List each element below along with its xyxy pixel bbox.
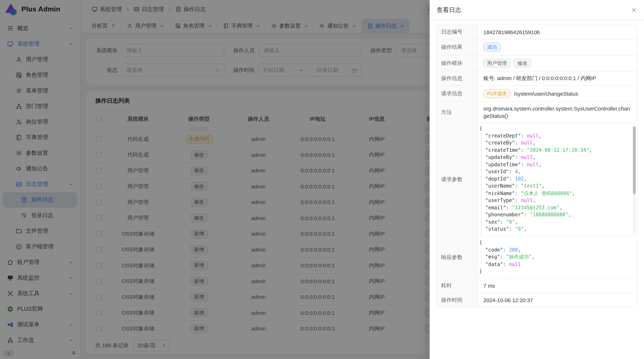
app-root: Plus Admin 概览系统管理用户管理角色管理菜单管理部门管理岗位管理字典管… xyxy=(0,0,644,359)
json-line: "userName": "test1", xyxy=(479,183,631,190)
row-response-params: { "code": 200, "msg": "操作成功", "data": nu… xyxy=(437,236,637,279)
success-tag: 成功 xyxy=(483,43,500,52)
response-params-json: { "code": 200, "msg": "操作成功", "data": nu… xyxy=(479,239,631,275)
module-action-tag: 修改 xyxy=(514,59,531,68)
json-line: "email": "12345@1253.com", xyxy=(479,204,631,211)
drawer-title: 查看日志 xyxy=(437,6,461,14)
indent-guide xyxy=(481,247,482,268)
row-method: 方法 org.dromara.system.controller.system.… xyxy=(437,102,637,123)
request-params-json: { "createDept": null, "createBy": null, … xyxy=(479,125,631,233)
info-value: 账号: admin / 研发部门 / 0:0:0:0:0:0:0:1 / 内网I… xyxy=(478,71,637,85)
json-line: "phonenumber": "18888888888", xyxy=(479,211,631,219)
row-log-id: 日志编号 1842781986426159106 xyxy=(437,25,637,39)
json-line: "msg": "操作成功", xyxy=(479,254,631,261)
op-time-label: 操作时间 xyxy=(437,293,478,307)
json-line: "updateBy": null, xyxy=(479,154,631,161)
log-id-value: 1842781986426159106 xyxy=(478,25,637,39)
json-line: "code": 200, xyxy=(479,247,631,254)
json-line: "status": "0", xyxy=(479,226,631,233)
json-line: { xyxy=(479,125,631,132)
json-line: "userType": null, xyxy=(479,197,631,204)
cost-value: 7 ms xyxy=(478,279,637,293)
json-line: "createDept": null, xyxy=(479,132,631,139)
result-label: 操作结果 xyxy=(437,39,478,55)
request-params-label: 请求参数 xyxy=(437,123,478,236)
json-line: "data": null xyxy=(479,261,631,268)
json-line: } xyxy=(479,268,631,275)
row-result: 操作结果 成功 xyxy=(437,39,637,55)
row-request-params: 请求参数 { "createDept": null, "createBy": n… xyxy=(437,123,637,236)
method-value: org.dromara.system.controller.system.Sys… xyxy=(483,105,632,120)
json-line: "userId": 4, xyxy=(479,168,631,175)
method-label: 方法 xyxy=(437,102,478,123)
row-module: 操作模块 用户管理 修改 xyxy=(437,55,637,71)
row-request: 请求信息 PUT请求 /system/user/changeStatus xyxy=(437,86,637,102)
log-detail-drawer: 查看日志 日志编号 1842781986426159106 操作结果 成功 操作… xyxy=(430,0,644,359)
cost-label: 耗时 xyxy=(437,279,478,293)
json-line: { xyxy=(479,239,631,247)
json-line: "createTime": "2024-08-12 17:20:34", xyxy=(479,147,631,154)
drawer-header: 查看日志 xyxy=(430,0,644,20)
drawer-body: 日志编号 1842781986426159106 操作结果 成功 操作模块 用户… xyxy=(430,20,644,312)
json-line: "updateTime": null, xyxy=(479,161,631,168)
log-descriptions: 日志编号 1842781986426159106 操作结果 成功 操作模块 用户… xyxy=(436,25,638,308)
indent-guide xyxy=(481,132,482,235)
op-time-value: 2024-10-06 12:20:37 xyxy=(478,293,637,307)
json-line: "sex": "0", xyxy=(479,219,631,226)
json-line: "deptId": 102, xyxy=(479,176,631,183)
request-url: /system/user/changeStatus xyxy=(514,90,578,96)
log-id-label: 日志编号 xyxy=(437,25,478,39)
info-label: 操作信息 xyxy=(437,71,478,85)
row-cost: 耗时 7 ms xyxy=(437,279,637,293)
row-info: 操作信息 账号: admin / 研发部门 / 0:0:0:0:0:0:0:1 … xyxy=(437,71,637,86)
request-label: 请求信息 xyxy=(437,86,478,101)
response-params-label: 响应参数 xyxy=(437,236,478,278)
put-request-tag: PUT请求 xyxy=(483,89,510,98)
module-label: 操作模块 xyxy=(437,55,478,71)
scrollbar-thumb[interactable] xyxy=(633,126,636,194)
row-op-time: 操作时间 2024-10-06 12:20:37 xyxy=(437,293,637,307)
module-tag: 用户管理 xyxy=(483,59,510,68)
close-icon[interactable] xyxy=(631,7,637,13)
json-line: "createBy": null, xyxy=(479,140,631,147)
json-line: "nickName": "仅本人 密码666666", xyxy=(479,190,631,197)
